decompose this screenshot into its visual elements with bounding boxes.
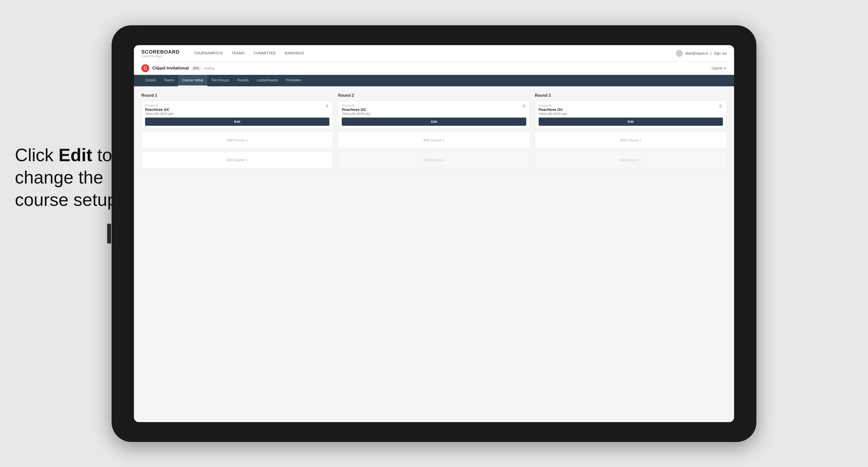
tournament-logo: C: [142, 64, 149, 72]
logo-area: SCOREBOARD Powered by clippd: [142, 49, 180, 58]
round-1-edit-button[interactable]: Edit: [145, 118, 329, 126]
round-3-delete-icon[interactable]: 🗑: [718, 103, 723, 109]
nav-separator: |: [711, 51, 712, 55]
tab-course-setup[interactable]: Course Setup: [178, 75, 207, 86]
tab-results[interactable]: Results: [233, 75, 253, 86]
round-2-edit-button[interactable]: Edit: [342, 118, 526, 126]
round-3-course-tee: Yellow (M) (6629 yds): [539, 112, 723, 116]
round-1-title: Round 1: [142, 93, 333, 98]
top-nav-right: blair@clippd.io | Sign out: [676, 50, 726, 57]
round-1-delete-icon[interactable]: 🗑: [324, 103, 330, 109]
tournament-gender-badge: Men: [191, 66, 201, 70]
round-2-delete-icon[interactable]: 🗑: [521, 103, 527, 109]
round-3-add-course-1[interactable]: Add Course +: [535, 131, 726, 149]
round-3-title: Round 3: [535, 93, 726, 98]
user-email: blair@clippd.io: [685, 51, 708, 55]
tab-details[interactable]: Details: [142, 75, 160, 86]
main-content: Round 1 🗑 (Course A) Peachtree GC Yellow…: [134, 86, 734, 422]
instruction-prefix: Click: [15, 145, 59, 165]
round-3-course-name: Peachtree GC: [539, 107, 723, 112]
cancel-button[interactable]: Cancel ✕: [712, 66, 726, 71]
logo-subtitle: Powered by clippd: [142, 55, 180, 58]
nav-tournaments[interactable]: TOURNAMENTS: [189, 45, 227, 62]
sign-out-link[interactable]: Sign out: [714, 51, 726, 55]
instruction-text: Click Edit tochange thecourse setup.: [15, 144, 122, 211]
round-2-course-name: Peachtree GC: [342, 107, 526, 112]
round-3-add-course-2: Add Course +: [535, 151, 726, 169]
round-2-add-course-2-label: Add Course +: [423, 158, 445, 162]
nav-rankings[interactable]: RANKINGS: [280, 45, 309, 62]
round-1-add-course-2-label: Add Course +: [227, 158, 248, 162]
round-2-add-course-1[interactable]: Add Course +: [338, 131, 530, 149]
tournament-hosting-label: Hosting: [204, 66, 215, 70]
user-avatar: [676, 50, 683, 57]
round-3-column: Round 3 🗑 (Course A) Peachtree GC Yellow…: [535, 93, 726, 171]
round-1-add-course-2[interactable]: Add Course +: [142, 151, 333, 169]
nav-teams[interactable]: TEAMS: [227, 45, 249, 62]
round-2-add-course-2: Add Course +: [338, 151, 530, 169]
tab-printables[interactable]: Printables: [282, 75, 305, 86]
cancel-label: Cancel: [712, 66, 722, 70]
round-2-add-course-1-label: Add Course +: [423, 138, 445, 142]
tab-leaderboards[interactable]: Leaderboards: [253, 75, 282, 86]
tournament-bar: C Clippd Invitational Men Hosting Cancel…: [134, 62, 734, 75]
round-1-add-course-1-label: Add Course +: [227, 138, 248, 142]
round-1-course-label: (Course A): [145, 104, 329, 107]
round-3-add-course-2-label: Add Course +: [620, 158, 641, 162]
scoreboard-logo: SCOREBOARD: [142, 49, 180, 55]
tablet-side-button: [107, 224, 111, 244]
round-2-course-tee: Yellow (M) (6629 yds): [342, 112, 526, 116]
round-3-edit-button[interactable]: Edit: [539, 118, 723, 126]
round-1-course-card: 🗑 (Course A) Peachtree GC Yellow (M) (66…: [142, 101, 333, 129]
round-1-add-course-1[interactable]: Add Course +: [142, 131, 333, 149]
cancel-icon: ✕: [723, 66, 726, 71]
sub-navigation: Details Teams Course Setup Tee Groups Re…: [134, 75, 734, 86]
tab-tee-groups[interactable]: Tee Groups: [207, 75, 233, 86]
round-2-course-card: 🗑 (Course A) Peachtree GC Yellow (M) (66…: [338, 101, 530, 129]
tablet-screen: SCOREBOARD Powered by clippd TOURNAMENTS…: [134, 45, 734, 422]
round-3-course-card: 🗑 (Course A) Peachtree GC Yellow (M) (66…: [535, 101, 726, 129]
round-2-course-label: (Course A): [342, 104, 526, 107]
tournament-name: Clippd Invitational: [152, 66, 189, 71]
nav-committee[interactable]: COMMITTEE: [249, 45, 280, 62]
round-3-course-label: (Course A): [539, 104, 723, 107]
round-3-add-course-1-label: Add Course +: [620, 138, 641, 142]
instruction-bold: Edit: [59, 145, 92, 165]
top-navigation: SCOREBOARD Powered by clippd TOURNAMENTS…: [134, 45, 734, 62]
round-1-column: Round 1 🗑 (Course A) Peachtree GC Yellow…: [142, 93, 333, 171]
round-1-course-name: Peachtree GC: [145, 107, 329, 112]
nav-links: TOURNAMENTS TEAMS COMMITTEE RANKINGS: [189, 45, 676, 62]
round-2-title: Round 2: [338, 93, 530, 98]
round-1-course-tee: Yellow (M) (6629 yds): [145, 112, 329, 116]
round-2-column: Round 2 🗑 (Course A) Peachtree GC Yellow…: [338, 93, 530, 171]
tablet-device: SCOREBOARD Powered by clippd TOURNAMENTS…: [112, 25, 756, 442]
tab-teams[interactable]: Teams: [160, 75, 178, 86]
rounds-grid: Round 1 🗑 (Course A) Peachtree GC Yellow…: [142, 93, 726, 171]
